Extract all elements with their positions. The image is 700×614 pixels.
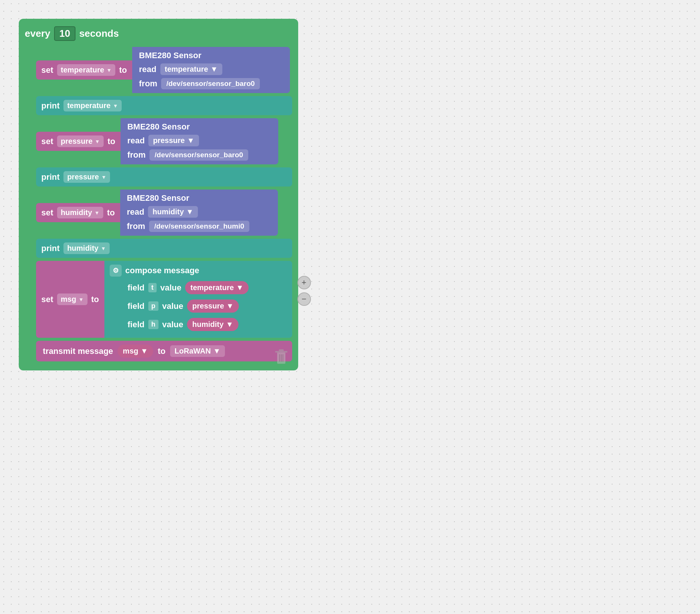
humidity-var-dropdown[interactable]: humidity ▼ bbox=[57, 207, 103, 218]
field-t-row: field t value temperature ▼ bbox=[125, 280, 287, 296]
bme280-temperature-block: BME280 Sensor read temperature ▼ from /d… bbox=[132, 47, 290, 93]
gear-icon[interactable]: ⚙ bbox=[110, 265, 122, 277]
print-humidity-var[interactable]: humidity ▼ bbox=[63, 242, 110, 254]
lorawan-dropdown[interactable]: LoRaWAN ▼ bbox=[170, 345, 225, 357]
set-msg-left: set msg ▼ to bbox=[36, 261, 104, 338]
set-temperature-block[interactable]: set temperature ▼ to BME280 Sensor read … bbox=[36, 47, 292, 93]
transmit-block[interactable]: transmit message msg ▼ to LoRaWAN ▼ bbox=[36, 341, 292, 361]
dropdown-arrow: ▼ bbox=[106, 67, 112, 73]
path-pressure: /dev/sensor/sensor_baro0 bbox=[149, 149, 249, 161]
msg-var-dropdown[interactable]: msg ▼ bbox=[57, 293, 88, 305]
set-pressure-block[interactable]: set pressure ▼ to BME280 Sensor read pre… bbox=[36, 118, 292, 164]
read-var-humidity[interactable]: humidity ▼ bbox=[148, 206, 198, 218]
compose-title-row: ⚙ compose message bbox=[110, 265, 287, 277]
main-canvas: every 10 seconds set temperature ▼ to BM… bbox=[8, 8, 309, 382]
bme280-humidity-block: BME280 Sensor read humidity ▼ from /dev/… bbox=[120, 190, 278, 236]
compose-message-block: ⚙ compose message field t value temperat… bbox=[104, 261, 292, 338]
pressure-var-dropdown[interactable]: pressure ▼ bbox=[57, 135, 104, 147]
remove-field-button[interactable]: − bbox=[297, 292, 311, 306]
side-buttons: + − bbox=[297, 276, 311, 306]
field-p-key: p bbox=[148, 301, 158, 311]
every-seconds-row: every 10 seconds bbox=[25, 23, 292, 45]
set-humidity-block[interactable]: set humidity ▼ to BME280 Sensor read hum… bbox=[36, 190, 292, 236]
field-rows: field t value temperature ▼ field p bbox=[125, 280, 287, 333]
read-row-temp: read temperature ▼ bbox=[139, 63, 283, 75]
read-var-pressure[interactable]: pressure ▼ bbox=[148, 135, 199, 146]
print-humidity-block[interactable]: print humidity ▼ bbox=[36, 239, 292, 258]
to-label-temp: to bbox=[119, 65, 127, 75]
trash-icon[interactable] bbox=[272, 346, 291, 367]
set-msg-block[interactable]: set msg ▼ to ⚙ compose message bbox=[36, 261, 292, 338]
set-pressure-left: set pressure ▼ to bbox=[36, 132, 121, 151]
print-pressure-block[interactable]: print pressure ▼ bbox=[36, 167, 292, 187]
field-t-key: t bbox=[148, 283, 157, 292]
read-var-temp[interactable]: temperature ▼ bbox=[160, 63, 222, 75]
path-temp: /dev/sensor/sensor_baro0 bbox=[161, 78, 260, 89]
bme280-pressure-block: BME280 Sensor read pressure ▼ from /dev/… bbox=[121, 118, 278, 164]
field-h-key: h bbox=[148, 320, 158, 329]
temperature-var-dropdown[interactable]: temperature ▼ bbox=[57, 64, 115, 76]
every-value[interactable]: 10 bbox=[54, 26, 75, 41]
field-h-row: field h value humidity ▼ bbox=[125, 316, 287, 333]
transmit-msg-var[interactable]: msg ▼ bbox=[118, 345, 153, 358]
sensor-title-row-temp: BME280 Sensor bbox=[139, 51, 283, 60]
field-t-value[interactable]: temperature ▼ bbox=[185, 281, 249, 294]
from-row-temp: from /dev/sensor/sensor_baro0 bbox=[139, 78, 283, 89]
print-temp-var[interactable]: temperature ▼ bbox=[63, 100, 122, 111]
print-temperature-block[interactable]: print temperature ▼ bbox=[36, 96, 292, 115]
every-label: every bbox=[25, 28, 50, 39]
print-pressure-var[interactable]: pressure ▼ bbox=[63, 171, 110, 183]
path-humidity: /dev/sensor/sensor_humi0 bbox=[149, 221, 250, 232]
field-p-row: field p value pressure ▼ bbox=[125, 298, 287, 314]
seconds-label: seconds bbox=[79, 28, 119, 39]
svg-rect-2 bbox=[279, 349, 284, 352]
inner-blocks: set temperature ▼ to BME280 Sensor read … bbox=[25, 47, 292, 363]
add-field-button[interactable]: + bbox=[297, 276, 311, 289]
set-temperature-left: set temperature ▼ to bbox=[36, 60, 132, 80]
field-p-value[interactable]: pressure ▼ bbox=[187, 299, 239, 313]
every-seconds-block[interactable]: every 10 seconds set temperature ▼ to BM… bbox=[19, 19, 298, 370]
sensor-title-temp: BME280 Sensor bbox=[139, 51, 201, 60]
set-humidity-left: set humidity ▼ to bbox=[36, 203, 120, 222]
field-h-value[interactable]: humidity ▼ bbox=[187, 318, 238, 331]
set-label-temp: set bbox=[41, 65, 53, 75]
